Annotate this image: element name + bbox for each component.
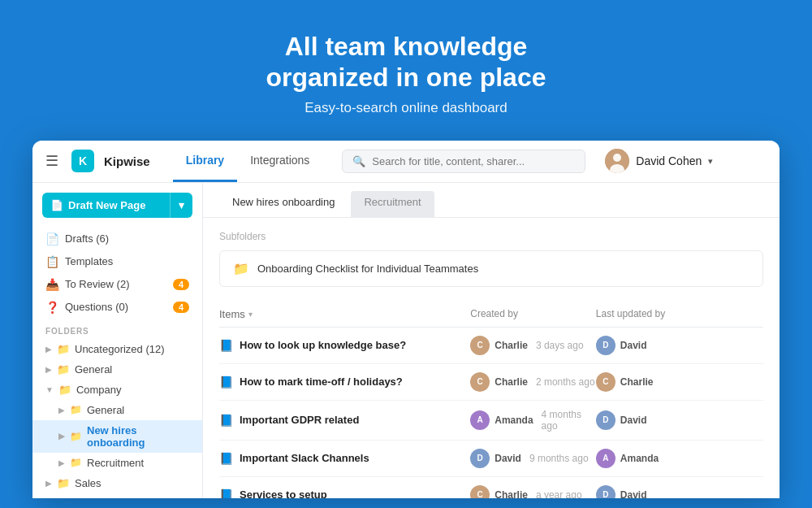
folder-icon: 📁 (57, 363, 70, 376)
updater-avatar: D (596, 410, 615, 430)
folder-uncategorized[interactable]: ▶ 📁 Uncategorized (12) (32, 339, 202, 359)
creator-avatar: C (470, 485, 490, 498)
draft-btn-main[interactable]: 📄 Draft New Page (42, 193, 170, 218)
row-updated-by: A Amanda (596, 449, 763, 468)
row-updated-by: C Charlie (596, 372, 763, 392)
hero-subtitle: Easy-to-search online dashboard (0, 100, 812, 116)
hero-title: All team knowledge organized in one plac… (0, 31, 812, 93)
subfolder-company-general[interactable]: ▶ 📁 General (32, 400, 202, 420)
avatar (605, 149, 629, 173)
search-icon: 🔍 (352, 155, 365, 167)
table-row[interactable]: 📘 Important GDPR related A Amanda 4 mont… (219, 401, 763, 441)
page-icon: 📘 (219, 414, 233, 427)
updater-avatar: D (596, 336, 615, 355)
folder-company[interactable]: ▼ 📁 Company (32, 380, 202, 400)
subfolder-new-hires[interactable]: ▶ 📁 New hires onboarding (32, 420, 202, 453)
questions-icon: ❓ (45, 301, 58, 314)
content-area: New hires onboarding Recruitment Subfold… (203, 183, 780, 498)
updater-avatar: C (596, 372, 615, 392)
drafts-icon: 📄 (45, 232, 58, 245)
sidebar-item-templates[interactable]: 📋 Templates (32, 250, 202, 273)
folder-icon: 📁 (70, 457, 82, 468)
draft-btn-arrow[interactable]: ▾ (170, 193, 192, 218)
items-table-section: Items ▾ Created by Last updated by 📘 How… (203, 293, 780, 498)
review-icon: 📥 (45, 278, 58, 291)
table-row[interactable]: 📘 How to look up knowledge base? C Charl… (219, 328, 763, 364)
tab-library[interactable]: Library (173, 141, 237, 182)
subfolder-recruitment[interactable]: ▶ 📁 Recruitment (32, 453, 202, 473)
hero-section: All team knowledge organized in one plac… (0, 0, 812, 141)
updater-avatar: D (596, 485, 615, 498)
nav-tabs: Library Integrations (173, 141, 323, 182)
user-name: David Cohen (636, 154, 702, 167)
row-updated-by: D David (596, 485, 763, 498)
draft-new-page-button[interactable]: 📄 Draft New Page ▾ (42, 193, 192, 218)
folder-icon: 📁 (57, 477, 70, 489)
row-created-by: D David 9 months ago (470, 449, 596, 468)
row-updated-by: D David (596, 410, 763, 430)
folder-icon: 📁 (70, 404, 82, 415)
folder-icon: 📁 (57, 497, 70, 498)
tab-new-hires-onboarding[interactable]: New hires onboarding (219, 191, 348, 217)
subfolder-card-label: Onboarding Checklist for Individual Team… (257, 263, 478, 275)
top-navigation: ☰ K Kipwise Library Integrations 🔍 (32, 141, 780, 183)
page-icon: 📘 (219, 452, 233, 465)
svg-point-1 (613, 154, 621, 162)
menu-icon[interactable]: ☰ (45, 152, 58, 170)
row-created-by: C Charlie 2 months ago (470, 372, 596, 392)
page-icon: 📘 (219, 488, 233, 498)
row-created-by: A Amanda 4 months ago (470, 409, 596, 432)
row-created-by: C Charlie a year ago (470, 485, 596, 498)
row-title: 📘 Important GDPR related (219, 414, 470, 427)
subfolder-card[interactable]: 📁 Onboarding Checklist for Individual Te… (219, 250, 763, 287)
templates-icon: 📋 (45, 255, 58, 268)
page-icon: 📘 (219, 339, 233, 352)
table-row[interactable]: 📘 Services to setup C Charlie a year ago… (219, 477, 763, 498)
folder-general[interactable]: ▶ 📁 General (32, 359, 202, 380)
col-created-header: Created by (470, 308, 596, 319)
chevron-right-icon: ▶ (45, 479, 52, 488)
chevron-down-icon[interactable]: ▾ (708, 156, 713, 167)
main-layout: 📄 Draft New Page ▾ 📄 Drafts (6) 📋 Templa… (32, 183, 780, 498)
draft-icon: 📄 (50, 199, 63, 211)
chevron-right-icon: ▶ (45, 365, 52, 374)
row-title: 📘 How to look up knowledge base? (219, 339, 470, 352)
col-items-header[interactable]: Items ▾ (219, 308, 470, 320)
creator-avatar: C (470, 372, 490, 392)
chevron-down-folder-icon: ▼ (45, 385, 54, 394)
search-input[interactable] (372, 155, 575, 167)
folder-sales[interactable]: ▶ 📁 Sales (32, 473, 202, 493)
review-badge: 4 (173, 279, 189, 290)
sort-icon[interactable]: ▾ (248, 310, 253, 319)
sidebar-item-questions[interactable]: ❓ Questions (0) 4 (32, 296, 202, 319)
folder-icon: 📁 (58, 384, 71, 396)
chevron-right-icon: ▶ (58, 458, 65, 467)
subfolders-section: Subfolders 📁 Onboarding Checklist for In… (203, 218, 780, 293)
creator-avatar: A (470, 410, 490, 430)
user-area[interactable]: David Cohen ▾ (605, 149, 713, 173)
folder-icon: 📁 (70, 431, 82, 442)
sidebar-item-to-review[interactable]: 📥 To Review (2) 4 (32, 273, 202, 296)
app-window: ☰ K Kipwise Library Integrations 🔍 (32, 141, 780, 498)
breadcrumb-tabs: New hires onboarding Recruitment (203, 183, 780, 218)
row-updated-by: D David (596, 336, 763, 355)
col-updated-header: Last updated by (596, 308, 763, 319)
search-bar[interactable]: 🔍 (342, 150, 585, 173)
page-icon: 📘 (219, 376, 233, 389)
tab-integrations[interactable]: Integrations (237, 141, 322, 182)
folder-marketing[interactable]: ▶ 📁 Marketing (32, 493, 202, 498)
subfolders-label: Subfolders (219, 231, 763, 242)
questions-badge: 4 (173, 302, 189, 313)
row-title: 📘 Important Slack Channels (219, 452, 470, 465)
creator-avatar: D (470, 449, 490, 468)
folders-section-label: FOLDERS (32, 319, 202, 339)
row-title: 📘 Services to setup (219, 488, 470, 498)
table-row[interactable]: 📘 How to mark time-off / holidays? C Cha… (219, 364, 763, 401)
folder-icon: 📁 (57, 343, 70, 355)
app-name: Kipwise (104, 154, 150, 168)
table-header: Items ▾ Created by Last updated by (219, 302, 763, 328)
table-row[interactable]: 📘 Important Slack Channels D David 9 mon… (219, 441, 763, 477)
sidebar-item-drafts[interactable]: 📄 Drafts (6) (32, 228, 202, 250)
sidebar: 📄 Draft New Page ▾ 📄 Drafts (6) 📋 Templa… (32, 183, 203, 498)
tab-recruitment[interactable]: Recruitment (351, 191, 434, 217)
